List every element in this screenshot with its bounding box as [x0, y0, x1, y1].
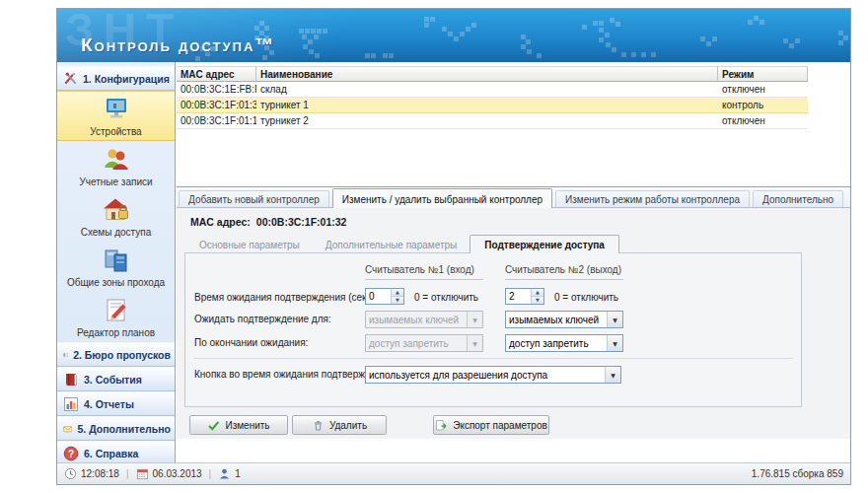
status-date: 06.03.2013	[136, 467, 202, 480]
tab-basic-parameters[interactable]: Основные параметры	[186, 237, 313, 253]
tab-additional[interactable]: Дополнительно	[753, 190, 843, 207]
clock-icon	[64, 467, 77, 480]
reader1-underline	[365, 279, 483, 280]
chevron-down-icon: ▼	[605, 367, 620, 383]
cell-name: склад	[256, 82, 718, 98]
column-header-mac[interactable]: MAC адрес	[177, 66, 256, 82]
edit-button[interactable]: Изменить	[189, 415, 288, 435]
reader1-header: Считыватель №1 (вход)	[365, 264, 474, 275]
app-title: Контроль доступа™	[81, 35, 275, 56]
wait-time-label: Время ожидания подтверждения (секунд):	[194, 292, 389, 303]
status-separator: |	[126, 468, 129, 479]
edit-button-label: Изменить	[225, 420, 269, 431]
export-icon	[435, 419, 448, 432]
access-schemes-icon	[102, 195, 131, 225]
dropdown-value: изымаемых ключей	[506, 312, 607, 327]
reader2-wait-time-spinner[interactable]: 2 ▲▼	[505, 288, 544, 305]
reader2-after-wait-dropdown[interactable]: доступ запретить▼	[505, 334, 623, 352]
delete-button-label: Удалить	[329, 420, 367, 431]
sidebar-item-common-zones[interactable]: Общие зоны прохода	[57, 242, 175, 292]
tab-change-mode[interactable]: Изменить режим работы контроллера	[555, 190, 750, 207]
sidebar-section-events[interactable]: 3. События	[57, 367, 175, 391]
column-header-mode[interactable]: Режим	[718, 66, 808, 82]
cell-mac: 00:0B:3C:1E:FB:F8	[177, 82, 256, 98]
sidebar-section-pass-office[interactable]: 2. Бюро пропусков	[57, 342, 175, 367]
table-header-row: MAC адрес Наименование Режим	[177, 66, 808, 82]
header-pixel-decor	[57, 9, 62, 14]
sidebar-item-plan-editor[interactable]: Редактор планов	[57, 292, 175, 342]
button-mode-dropdown[interactable]: используется для разрешения доступа▼	[365, 366, 621, 384]
column-header-name[interactable]: Наименование	[256, 66, 718, 82]
mac-address-value: 00:0B:3C:1F:01:32	[256, 216, 347, 228]
sidebar-section-label: 1. Конфигурация	[83, 73, 170, 85]
sidebar-section-configuration[interactable]: 1. Конфигурация	[57, 66, 175, 91]
sidebar-section-label: 6. Справка	[84, 448, 138, 459]
form-divider	[193, 358, 793, 359]
trash-icon	[312, 419, 325, 432]
tab-additional-parameters[interactable]: Дополнительные параметры	[313, 237, 470, 253]
sidebar-item-devices[interactable]: Устройства	[57, 91, 175, 141]
mac-address-label: MAC адрес:	[190, 216, 251, 228]
calendar-icon	[136, 467, 149, 480]
sidebar-item-accounts[interactable]: Учетные записи	[57, 141, 175, 191]
sidebar-section-additional[interactable]: 5. Дополнительно	[57, 416, 175, 441]
dropdown-value: доступ запретить	[506, 335, 607, 351]
after-wait-label: По окончании ожидания:	[194, 337, 308, 348]
access-confirmation-panel: Считыватель №1 (вход) Считыватель №2 (вы…	[184, 252, 802, 407]
mac-address-line: MAC адрес:00:0B:3C:1F:01:32	[190, 216, 346, 228]
desktop: ЗНТ Контроль доступа™ 1. Конфигурация Ус…	[0, 0, 868, 493]
export-parameters-button[interactable]: Экспорт параметров	[433, 415, 549, 435]
parameters-tabbar: Основные параметры Дополнительные параме…	[186, 235, 619, 253]
reader1-wait-time-spinner[interactable]: 0 ▲▼	[365, 288, 404, 305]
dropdown-value: изымаемых ключей	[366, 312, 467, 327]
status-time: 12:08:18	[64, 467, 119, 480]
app-header: ЗНТ Контроль доступа™	[57, 9, 850, 62]
plan-editor-icon	[102, 296, 131, 325]
cell-mode: отключен	[718, 82, 808, 98]
tab-access-confirmation[interactable]: Подтверждение доступа	[470, 235, 619, 253]
table-row[interactable]: 00:0B:3C:1E:FB:F8 склад отключен	[177, 82, 808, 98]
svg-text:?: ?	[68, 448, 74, 458]
cell-mac: 00:0B:3C:1F:01:1A	[177, 113, 256, 129]
reports-icon	[63, 396, 79, 412]
controllers-table: MAC адрес Наименование Режим 00:0B:3C:1E…	[177, 66, 808, 129]
tab-edit-delete-controller[interactable]: Изменить / удалить выбранный контроллер	[332, 188, 552, 208]
sidebar-item-label: Устройства	[90, 126, 141, 137]
tab-add-controller[interactable]: Добавить новый контроллер	[179, 190, 329, 207]
person-icon	[218, 467, 231, 480]
tab-content: MAC адрес:00:0B:3C:1F:01:32 Основные пар…	[177, 208, 850, 439]
additional-icon	[63, 421, 72, 437]
spin-down-button[interactable]: ▼	[392, 296, 403, 304]
check-icon	[207, 419, 220, 432]
chevron-down-icon: ▼	[607, 312, 622, 327]
chevron-down-icon: ▼	[467, 312, 482, 327]
events-icon	[63, 372, 79, 387]
reader2-wait-for-dropdown[interactable]: изымаемых ключей▼	[505, 311, 623, 328]
sidebar-section-reports[interactable]: 4. Отчеты	[57, 391, 175, 416]
wait-for-label: Ожидать подтверждение для:	[194, 314, 331, 324]
sidebar-section-label: 5. Дополнительно	[77, 423, 171, 435]
spin-up-button[interactable]: ▲	[532, 289, 543, 296]
reader1-after-wait-dropdown: доступ запретить▼	[365, 334, 483, 352]
spinner-value: 0	[366, 289, 391, 304]
wait-time-hint-2: 0 = отключить	[554, 292, 618, 303]
sidebar-section-label: 2. Бюро пропусков	[73, 349, 171, 361]
spin-down-button[interactable]: ▼	[532, 296, 543, 304]
help-icon: ?	[63, 446, 79, 461]
reader2-underline	[505, 279, 623, 280]
sidebar-item-label: Общие зоны прохода	[67, 277, 165, 288]
cell-mode: отключен	[718, 113, 808, 129]
tools-icon	[63, 71, 78, 86]
table-row-selected[interactable]: 00:0B:3C:1F:01:32 турникет 1 контроль	[177, 98, 808, 113]
sidebar-config-items: Устройства Учетные записи Схемы доступа …	[57, 91, 175, 342]
dropdown-value: доступ запретить	[366, 335, 467, 351]
table-row[interactable]: 00:0B:3C:1F:01:1A турникет 2 отключен	[177, 113, 808, 129]
spin-up-button[interactable]: ▲	[392, 289, 403, 296]
delete-button[interactable]: Удалить	[292, 415, 387, 435]
common-zones-icon	[102, 246, 131, 275]
chevron-down-icon: ▼	[467, 335, 482, 351]
cell-mac: 00:0B:3C:1F:01:32	[177, 98, 256, 113]
status-time-value: 12:08:18	[81, 468, 119, 479]
chevron-down-icon: ▼	[607, 335, 622, 351]
sidebar-item-access-schemes[interactable]: Схемы доступа	[57, 191, 175, 242]
